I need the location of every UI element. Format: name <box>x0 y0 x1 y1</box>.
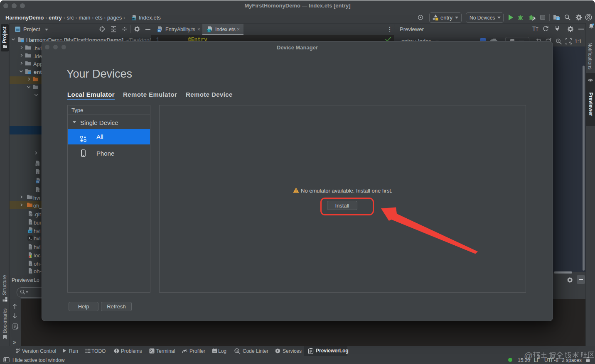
svg-text:TS: TS <box>158 29 161 32</box>
svg-text:{}: {} <box>37 190 40 193</box>
svg-text:ETS: ETS <box>132 18 136 20</box>
svg-text:{}: {} <box>30 271 33 274</box>
svg-text:{}: {} <box>30 222 33 225</box>
svg-text:{}: {} <box>37 171 40 175</box>
svg-text:{}: {} <box>30 263 33 267</box>
svg-text:TS: TS <box>36 181 39 183</box>
svg-text:TS: TS <box>29 230 32 233</box>
svg-text:ETS: ETS <box>207 29 211 32</box>
